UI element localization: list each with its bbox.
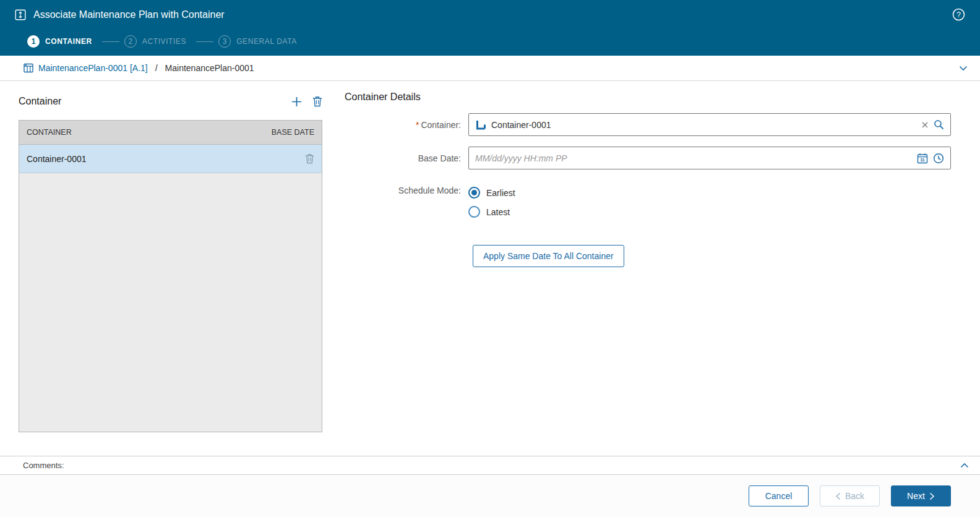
help-button[interactable]: ? — [952, 8, 965, 21]
chevron-up-icon — [959, 460, 970, 471]
clock-icon — [933, 153, 944, 164]
schedule-mode-label: Schedule Mode: — [345, 186, 468, 195]
row-container-name: Container-0001 — [27, 154, 87, 164]
svg-text:31: 31 — [920, 158, 925, 162]
breadcrumb-link-maintenance-plan[interactable]: MaintenancePlan-0001 [A.1] — [38, 63, 148, 73]
chevron-right-icon — [929, 492, 935, 500]
breadcrumb: MaintenancePlan-0001 [A.1] / Maintenance… — [0, 56, 980, 81]
close-icon — [921, 121, 929, 129]
step-number-badge: 3 — [218, 35, 231, 48]
page-title: Associate Maintenance Plan with Containe… — [33, 9, 225, 20]
cancel-button[interactable]: Cancel — [749, 485, 809, 506]
back-button-label: Back — [845, 491, 864, 501]
chevron-left-icon — [835, 492, 841, 500]
trash-icon — [305, 153, 314, 164]
container-panel-actions — [291, 96, 322, 108]
radio-label: Latest — [486, 207, 510, 217]
container-table-header: CONTAINER BASE DATE — [19, 121, 322, 145]
step-number-badge: 1 — [27, 35, 40, 48]
breadcrumb-separator: / — [155, 63, 158, 73]
schedule-mode-radio-group: Earliest Latest — [468, 186, 515, 218]
help-icon: ? — [952, 8, 965, 21]
comments-collapse-button[interactable] — [959, 460, 970, 471]
container-panel-header: Container — [19, 92, 322, 111]
header-title-row: Associate Maintenance Plan with Containe… — [0, 0, 980, 29]
search-container-button[interactable] — [934, 119, 944, 130]
container-details-panel: Container Details *Container: — [345, 92, 951, 267]
add-container-button[interactable] — [291, 96, 303, 108]
wizard-step-activities[interactable]: 2 ACTIVITIES — [124, 35, 186, 48]
app-header: Associate Maintenance Plan with Containe… — [0, 0, 980, 56]
calendar-picker-button[interactable]: 31 — [917, 153, 928, 164]
wizard-step-container[interactable]: 1 CONTAINER — [27, 35, 92, 48]
step-label: GENERAL DATA — [236, 37, 297, 46]
column-header-container: CONTAINER — [27, 128, 72, 137]
chevron-down-icon — [958, 62, 969, 74]
radio-option-earliest[interactable]: Earliest — [468, 187, 515, 199]
plus-icon — [291, 96, 303, 108]
calendar-icon: 31 — [917, 153, 928, 164]
associate-plan-icon — [15, 9, 26, 20]
row-delete-button[interactable] — [305, 153, 314, 164]
table-row-container-0001[interactable]: Container-0001 — [19, 145, 322, 173]
step-label: ACTIVITIES — [142, 37, 186, 46]
container-input[interactable] — [491, 120, 916, 130]
radio-button-unselected-icon — [468, 206, 480, 218]
svg-text:?: ? — [956, 11, 961, 19]
comments-label: Comments: — [23, 461, 64, 470]
step-number-badge: 2 — [124, 35, 137, 48]
footer-action-bar: Cancel Back Next — [0, 475, 980, 517]
base-date-field-row: Base Date: 31 — [345, 147, 951, 169]
maintenance-plan-icon — [24, 63, 33, 73]
cancel-button-label: Cancel — [765, 491, 793, 501]
base-date-input[interactable] — [475, 153, 912, 163]
details-title: Container Details — [345, 92, 951, 103]
container-label-text: Container: — [421, 120, 461, 130]
container-list-panel: Container — [19, 92, 322, 432]
step-connector — [102, 41, 119, 42]
container-table: CONTAINER BASE DATE Container-0001 — [19, 120, 322, 432]
breadcrumb-current-item: MaintenancePlan-0001 — [165, 63, 254, 73]
delete-container-button[interactable] — [312, 96, 322, 107]
column-header-base-date: BASE DATE — [272, 128, 314, 137]
radio-label: Earliest — [486, 188, 515, 198]
container-object-icon — [475, 119, 486, 130]
next-button[interactable]: Next — [891, 485, 951, 506]
breadcrumb-expand-button[interactable] — [958, 62, 969, 74]
step-label: CONTAINER — [45, 37, 92, 46]
container-field-row: *Container: — [345, 113, 951, 136]
required-indicator: * — [416, 120, 419, 130]
wizard-steps: 1 CONTAINER 2 ACTIVITIES 3 GENERAL DATA — [0, 29, 980, 54]
container-panel-title: Container — [19, 96, 61, 107]
time-picker-button[interactable] — [933, 153, 944, 164]
clear-container-button[interactable] — [921, 121, 929, 129]
step-connector — [196, 41, 213, 42]
wizard-step-general-data[interactable]: 3 GENERAL DATA — [218, 35, 297, 48]
back-button[interactable]: Back — [820, 485, 880, 506]
comments-bar: Comments: — [0, 456, 980, 475]
search-icon — [934, 119, 944, 130]
radio-button-selected-icon — [468, 187, 480, 199]
trash-icon — [312, 96, 322, 107]
main-content: Container — [0, 82, 980, 456]
base-date-field-label: Base Date: — [345, 153, 468, 163]
radio-option-latest[interactable]: Latest — [468, 206, 515, 218]
base-date-field: 31 — [468, 147, 951, 169]
next-button-label: Next — [907, 491, 925, 501]
schedule-mode-row: Schedule Mode: Earliest Latest — [345, 186, 951, 218]
apply-same-date-button[interactable]: Apply Same Date To All Container — [473, 245, 624, 267]
container-field — [468, 113, 951, 136]
container-field-label: *Container: — [345, 120, 468, 130]
